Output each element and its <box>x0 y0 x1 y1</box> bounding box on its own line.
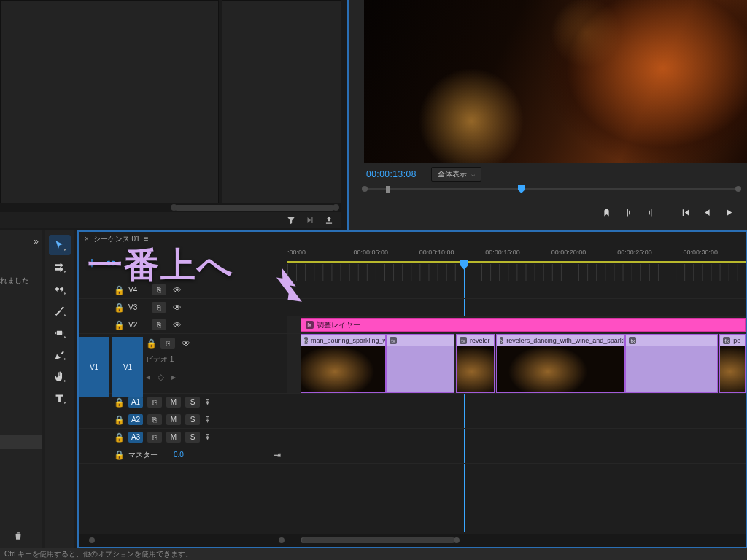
lock-icon[interactable]: 🔒 <box>114 415 124 425</box>
track-header-v2[interactable]: 🔒 V2 ⎘ 👁 <box>79 316 287 334</box>
track-header-v3[interactable]: 🔒 V3 ⎘ 👁 <box>79 299 287 316</box>
track-header-master[interactable]: 🔒 マスター 0.0 ⇥ <box>79 446 287 464</box>
adjustment-layer-clip[interactable]: fx 調整レイヤー <box>301 318 746 332</box>
lane-a1[interactable] <box>287 394 746 411</box>
zoom-cap-right[interactable] <box>279 537 285 543</box>
slip-tool[interactable]: ▸ <box>49 322 71 343</box>
sync-lock-icon[interactable]: ⎘ <box>152 319 166 330</box>
video-clip[interactable]: fxman_pouring_sparkling_wine_at_a_pa <box>301 334 386 393</box>
video-clip[interactable]: fxrevelers_dancing_with_wine_and_sparkle… <box>496 334 626 393</box>
snap-icon[interactable] <box>86 257 98 271</box>
lane-a2[interactable] <box>287 411 746 429</box>
tab-menu-icon[interactable]: ≡ <box>144 235 150 243</box>
master-value[interactable]: 0.0 <box>174 451 184 459</box>
export-icon[interactable] <box>324 215 334 225</box>
funnel-icon[interactable] <box>286 215 296 225</box>
add-marker-button[interactable] <box>597 204 616 220</box>
scrub-playhead[interactable] <box>518 185 525 193</box>
hand-tool[interactable]: ▸ <box>49 366 71 386</box>
lane-v2[interactable]: fx 調整レイヤー <box>287 316 746 334</box>
mark-in-button[interactable] <box>619 204 638 220</box>
fx-badge-icon[interactable]: fx <box>629 337 636 344</box>
type-tool[interactable]: ▸ <box>49 388 71 408</box>
tab-close-icon[interactable]: × <box>85 235 89 243</box>
scroll-thumb[interactable] <box>174 205 335 211</box>
voiceover-icon[interactable]: 🎙 <box>204 416 212 424</box>
voiceover-icon[interactable]: 🎙 <box>204 398 212 406</box>
monitor-scrub-track[interactable] <box>363 184 740 194</box>
mute-button[interactable]: M <box>166 397 181 408</box>
selection-tool[interactable]: ▸ <box>49 235 71 255</box>
collapse-icon[interactable]: » <box>34 236 39 246</box>
lock-icon[interactable]: 🔒 <box>146 338 156 349</box>
hscroll-thumb[interactable] <box>302 537 455 543</box>
timeline-tracks-area[interactable]: :00:0000:00:05:0000:00:10:0000:00:15:000… <box>287 246 746 532</box>
eye-icon[interactable]: 👁 <box>171 285 184 295</box>
track-header-v4[interactable]: 🔒 V4 ⎘ 👁 <box>79 281 287 299</box>
zoom-cap-left[interactable] <box>89 537 95 543</box>
eye-icon[interactable]: 👁 <box>171 320 184 330</box>
track-header-a3[interactable]: 🔒 A3 ⎘ M S 🎙 <box>79 429 287 446</box>
ripple-edit-tool[interactable]: ▸ <box>49 279 71 299</box>
sync-lock-icon[interactable]: ⎘ <box>147 397 162 408</box>
fx-badge-icon[interactable]: fx <box>460 337 467 344</box>
solo-button[interactable]: S <box>185 414 200 425</box>
video-clip[interactable]: fx <box>386 334 454 393</box>
next-keyframe-icon[interactable]: ▸ <box>171 372 176 382</box>
source-scrollbar[interactable] <box>0 203 341 212</box>
mark-out-button[interactable] <box>640 204 659 220</box>
scrub-cap-right[interactable] <box>735 186 741 192</box>
timeline-scrollbar[interactable] <box>79 534 746 547</box>
source-patch-v1[interactable]: V1 <box>79 337 109 397</box>
video-clip[interactable]: fxpe <box>719 334 746 393</box>
fx-badge-icon[interactable]: fx <box>723 337 730 344</box>
sync-lock-icon[interactable]: ⎘ <box>152 284 166 295</box>
skip-icon[interactable] <box>305 215 315 225</box>
fx-badge-icon[interactable]: fx <box>500 337 503 344</box>
monitor-canvas[interactable] <box>364 0 747 163</box>
lane-v3[interactable] <box>287 299 746 316</box>
scrub-cap-left[interactable] <box>362 186 368 192</box>
step-back-button[interactable] <box>697 204 716 220</box>
time-ruler[interactable]: :00:0000:00:05:0000:00:10:0000:00:15:000… <box>287 246 746 281</box>
sync-lock-icon[interactable]: ⎘ <box>152 302 166 313</box>
razor-tool[interactable]: ▸ <box>49 300 71 321</box>
solo-button[interactable]: S <box>185 432 200 443</box>
trash-icon[interactable] <box>13 531 23 542</box>
pen-tool[interactable]: ▸ <box>49 344 71 365</box>
mute-button[interactable]: M <box>166 414 181 425</box>
mute-button[interactable]: M <box>166 432 181 443</box>
program-timecode[interactable]: 00:00:13:08 <box>366 169 417 179</box>
eye-icon[interactable]: 👁 <box>179 338 193 349</box>
track-target-a3[interactable]: A3 <box>128 432 143 443</box>
fx-badge-icon[interactable]: fx <box>306 321 314 329</box>
lock-icon[interactable]: 🔒 <box>114 285 124 295</box>
track-target-v1[interactable]: V1 <box>112 337 143 397</box>
track-target-a1[interactable]: A1 <box>128 397 143 408</box>
lock-icon[interactable]: 🔒 <box>114 303 124 313</box>
lock-icon[interactable]: 🔒 <box>114 450 124 460</box>
add-keyframe-icon[interactable]: ◇ <box>158 372 164 382</box>
lane-a3[interactable] <box>287 429 746 446</box>
lock-icon[interactable]: 🔒 <box>114 320 124 330</box>
track-header-v1[interactable]: V1 V1 🔒 ⎘ 👁 ビデオ 1 <box>79 334 287 394</box>
lane-v4[interactable] <box>287 281 746 299</box>
work-area-bar[interactable] <box>287 261 746 263</box>
voiceover-icon[interactable]: 🎙 <box>204 433 212 441</box>
fx-badge-icon[interactable]: fx <box>390 337 397 344</box>
lane-v1[interactable]: fxman_pouring_sparkling_wine_at_a_pafxfx… <box>287 334 746 394</box>
hscroll-cap-right[interactable] <box>454 537 460 543</box>
lock-icon[interactable]: 🔒 <box>114 432 124 443</box>
scroll-cap-right[interactable] <box>333 204 339 211</box>
prev-keyframe-icon[interactable]: ◂ <box>146 372 150 382</box>
solo-button[interactable]: S <box>185 397 200 408</box>
video-clip[interactable]: fxreveler <box>456 334 495 393</box>
zoom-dropdown[interactable]: 全体表示 ⌵ <box>431 167 481 182</box>
selected-item-row[interactable] <box>0 435 42 449</box>
go-to-out-icon[interactable]: ⇥ <box>274 450 281 460</box>
sequence-tab[interactable]: シーケンス 01 <box>93 234 140 244</box>
sync-lock-icon[interactable]: ⎘ <box>147 414 162 425</box>
scrub-in-mark[interactable] <box>386 186 390 192</box>
sync-lock-icon[interactable]: ⎘ <box>160 338 175 349</box>
sync-lock-icon[interactable]: ⎘ <box>147 432 162 443</box>
